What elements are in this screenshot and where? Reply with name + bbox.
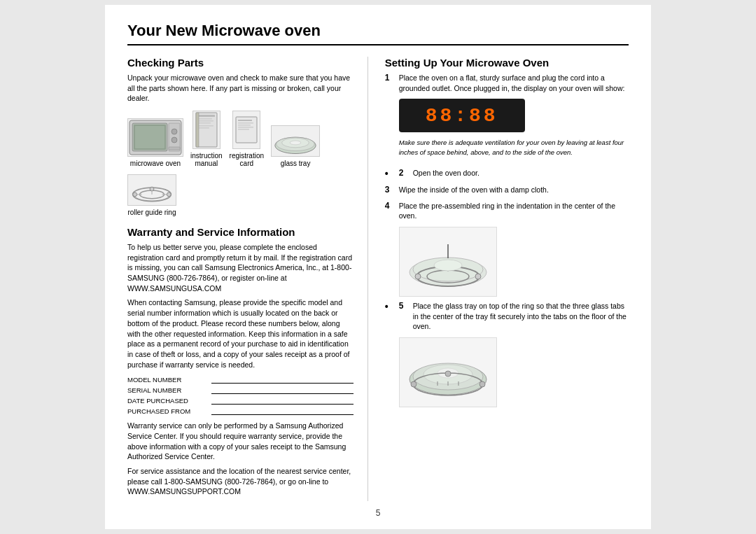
ring-assembly-image <box>399 227 497 297</box>
registration-card-image <box>232 111 260 149</box>
glass-tray-label: glass tray <box>281 160 311 167</box>
svg-rect-7 <box>135 126 164 148</box>
svg-rect-19 <box>238 125 251 126</box>
step-1-number: 1 <box>385 73 395 83</box>
serial-number-label: SERIAL NUMBER <box>127 386 211 394</box>
svg-rect-8 <box>196 113 217 147</box>
microwave-oven-label: microwave oven <box>130 160 181 167</box>
step-2: • 2 Open the oven door. <box>385 168 629 179</box>
purchased-from-line[interactable] <box>211 407 354 415</box>
roller-ring-image <box>127 174 176 206</box>
model-number-line[interactable] <box>211 375 354 384</box>
svg-rect-12 <box>198 122 211 124</box>
svg-point-3 <box>172 129 177 134</box>
step-5: • 5 Place the glass tray on top of the r… <box>385 301 629 332</box>
svg-point-50 <box>479 381 485 387</box>
svg-rect-10 <box>198 118 212 120</box>
glass-tray-image <box>271 125 320 157</box>
svg-rect-14 <box>198 127 209 129</box>
warranty-body3: Warranty service can only be performed b… <box>127 421 354 462</box>
svg-point-30 <box>167 192 171 196</box>
display-digits: 88:88 <box>426 105 498 127</box>
serial-number-line[interactable] <box>211 386 354 394</box>
registration-label2: card <box>240 160 253 167</box>
model-number-row: MODEL NUMBER <box>127 375 354 384</box>
svg-rect-15 <box>196 113 199 147</box>
part-instruction-manual: instruction manual <box>190 111 223 167</box>
purchased-from-label: PURCHASED FROM <box>127 407 211 415</box>
step-4: 4 Place the pre-assembled ring in the in… <box>385 201 629 221</box>
svg-rect-18 <box>238 122 253 124</box>
warranty-body2: When contacting Samsung, please provide … <box>127 297 354 370</box>
step-2-number: 2 <box>399 168 409 178</box>
step-5-number: 5 <box>399 301 409 311</box>
part-microwave-oven: microwave oven <box>127 118 183 167</box>
svg-rect-20 <box>238 127 253 128</box>
date-purchased-row: DATE PURCHASED <box>127 396 354 405</box>
instruction-manual-image <box>192 111 220 149</box>
svg-rect-5 <box>169 147 180 150</box>
step-5-text: Place the glass tray on top of the ring … <box>413 301 629 332</box>
step-3: 3 Wipe the inside of the oven with a dam… <box>385 185 629 195</box>
date-purchased-line[interactable] <box>211 396 354 405</box>
step-3-number: 3 <box>385 185 395 195</box>
purchased-from-row: PURCHASED FROM <box>127 407 354 415</box>
step-2-bullet: • <box>385 168 395 179</box>
serial-number-row: SERIAL NUMBER <box>127 386 354 394</box>
display-caption: Make sure there is adequate ventilation … <box>399 138 629 157</box>
svg-point-4 <box>172 137 177 143</box>
microwave-display: 88:88 <box>399 99 525 132</box>
svg-point-25 <box>290 141 301 145</box>
microwave-oven-image <box>127 118 183 157</box>
svg-point-38 <box>415 274 421 279</box>
step-5-bullet: • <box>385 301 395 312</box>
glass-tray-assembly-image <box>399 337 497 407</box>
step-1: 1 Place the oven on a flat, sturdy surfa… <box>385 73 629 162</box>
date-purchased-label: DATE PURCHASED <box>127 397 211 405</box>
svg-rect-9 <box>198 115 215 117</box>
svg-point-49 <box>445 371 451 377</box>
svg-point-40 <box>475 274 481 279</box>
checking-parts-title: Checking Parts <box>127 57 354 69</box>
part-roller-ring: roller guide ring <box>127 174 176 216</box>
registration-label1: registration <box>230 152 264 160</box>
svg-point-41 <box>434 260 462 271</box>
warranty-body4: For service assistance and the location … <box>127 466 354 497</box>
svg-rect-17 <box>238 120 252 121</box>
page-title: Your New Microwave oven <box>127 22 629 45</box>
instruction-label2: manual <box>195 160 218 167</box>
page-number: 5 <box>376 508 381 518</box>
warranty-body1: To help us better serve you, please comp… <box>127 242 354 293</box>
step-2-text: Open the oven door. <box>413 168 479 178</box>
step-1-text: Place the oven on a flat, sturdy surface… <box>399 73 629 93</box>
part-registration-card: registration card <box>230 111 264 167</box>
parts-grid: microwave oven <box>127 111 354 216</box>
left-column: Checking Parts Unpack your microwave ove… <box>127 57 368 501</box>
part-glass-tray: glass tray <box>271 125 320 167</box>
roller-ring-label: roller guide ring <box>128 209 176 216</box>
svg-rect-21 <box>238 129 249 130</box>
svg-rect-11 <box>198 120 214 122</box>
svg-rect-13 <box>198 125 214 127</box>
warranty-section: Warranty and Service Information To help… <box>127 226 354 497</box>
step-4-number: 4 <box>385 201 395 211</box>
step-3-text: Wipe the inside of the oven with a damp … <box>399 185 549 195</box>
instruction-label1: instruction <box>190 152 223 160</box>
model-number-label: MODEL NUMBER <box>127 376 211 384</box>
warranty-title: Warranty and Service Information <box>127 226 354 238</box>
setting-up-title: Setting Up Your Microwave Oven <box>385 57 629 69</box>
right-column: Setting Up Your Microwave Oven 1 Place t… <box>368 57 629 501</box>
record-fields: MODEL NUMBER SERIAL NUMBER DATE PURCHASE… <box>127 375 354 415</box>
checking-parts-body: Unpack your microwave oven and check to … <box>127 73 354 104</box>
page: Your New Microwave oven Checking Parts U… <box>105 5 651 529</box>
svg-point-48 <box>411 381 416 387</box>
svg-point-28 <box>133 192 137 196</box>
step-4-text: Place the pre-assembled ring in the inde… <box>399 201 629 221</box>
